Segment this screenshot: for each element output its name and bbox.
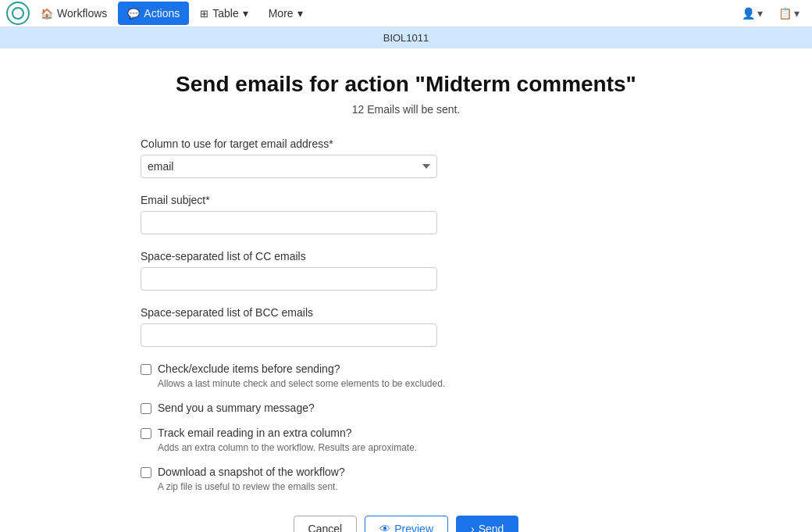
bcc-label: Space-separated list of BCC emails — [141, 306, 671, 319]
preview-icon: 👁 — [379, 523, 390, 532]
chat-icon: 💬 — [127, 8, 140, 20]
table-button[interactable]: ⊞ Table ▾ — [191, 2, 257, 25]
snapshot-label[interactable]: Download a snapshot of the workflow? — [158, 466, 345, 478]
snapshot-row: Download a snapshot of the workflow? — [141, 466, 671, 478]
home-icon: 🏠 — [41, 8, 53, 20]
navbar: 🏠 Workflows 💬 Actions ⊞ Table ▾ More ▾ 👤… — [0, 0, 812, 27]
summary-label[interactable]: Send you a summary message? — [158, 402, 315, 414]
bcc-group: Space-separated list of BCC emails — [141, 306, 671, 347]
email-subject-input[interactable] — [141, 211, 437, 234]
track-checkbox[interactable] — [141, 428, 151, 439]
send-button[interactable]: › Send — [456, 516, 518, 532]
apps-chevron-icon: ▾ — [794, 7, 800, 20]
snapshot-checkbox[interactable] — [141, 467, 151, 478]
page-title: Send emails for action "Midterm comments… — [141, 72, 671, 97]
send-arrow-icon: › — [471, 523, 475, 532]
column-select[interactable]: email — [141, 155, 437, 178]
snapshot-hint: A zip file is useful to review the email… — [158, 481, 671, 492]
email-subject-group: Email subject* — [141, 194, 671, 234]
column-label: Column to use for target email address* — [141, 137, 671, 150]
check-exclude-label[interactable]: Check/exclude items before sending? — [158, 362, 340, 375]
main-content: Send emails for action "Midterm comments… — [125, 48, 687, 532]
track-hint: Adds an extra column to the workflow. Re… — [158, 442, 671, 453]
track-group: Track email reading in an extra column? … — [141, 427, 671, 453]
track-label[interactable]: Track email reading in an extra column? — [158, 427, 352, 439]
apps-icon: 📋 — [778, 7, 792, 20]
more-button[interactable]: More ▾ — [259, 2, 312, 25]
check-exclude-row: Check/exclude items before sending? — [141, 362, 671, 375]
course-banner: BIOL1011 — [0, 27, 812, 48]
user-menu-button[interactable]: 👤 ▾ — [735, 4, 769, 23]
track-row: Track email reading in an extra column? — [141, 427, 671, 439]
cc-input[interactable] — [141, 267, 437, 291]
app-logo — [6, 2, 30, 25]
workflows-button[interactable]: 🏠 Workflows — [31, 2, 116, 25]
logo-inner-circle — [12, 7, 24, 20]
summary-group: Send you a summary message? — [141, 402, 671, 414]
user-chevron-icon: ▾ — [757, 7, 763, 20]
navbar-right: 👤 ▾ 📋 ▾ — [735, 4, 806, 23]
column-group: Column to use for target email address* … — [141, 137, 671, 178]
table-icon: ⊞ — [200, 8, 208, 20]
check-exclude-group: Check/exclude items before sending? Allo… — [141, 362, 671, 389]
summary-checkbox[interactable] — [141, 403, 151, 414]
cc-label: Space-separated list of CC emails — [141, 250, 671, 262]
email-subject-label: Email subject* — [141, 194, 671, 206]
more-chevron-icon: ▾ — [297, 7, 303, 20]
actions-button[interactable]: 💬 Actions — [118, 2, 189, 25]
cancel-button[interactable]: Cancel — [294, 516, 358, 532]
cc-group: Space-separated list of CC emails — [141, 250, 671, 291]
email-count: 12 Emails will be sent. — [141, 103, 671, 116]
check-exclude-checkbox[interactable] — [141, 364, 151, 375]
table-chevron-icon: ▾ — [243, 7, 248, 20]
app-menu-button[interactable]: 📋 ▾ — [772, 4, 806, 23]
check-exclude-hint: Allows a last minute check and select so… — [158, 378, 671, 389]
form-footer: Cancel 👁 Preview › Send — [141, 516, 671, 532]
snapshot-group: Download a snapshot of the workflow? A z… — [141, 466, 671, 492]
summary-row: Send you a summary message? — [141, 402, 671, 414]
bcc-input[interactable] — [141, 323, 437, 347]
user-icon: 👤 — [742, 7, 755, 20]
preview-button[interactable]: 👁 Preview — [365, 516, 448, 532]
